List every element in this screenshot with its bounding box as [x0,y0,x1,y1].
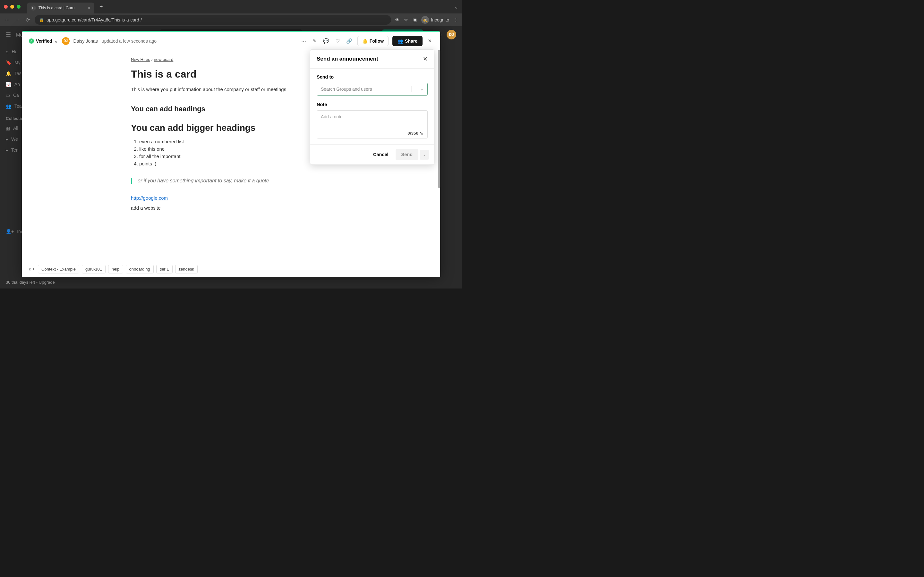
add-website-text: add a website [131,205,331,211]
author-avatar[interactable]: DJ [62,37,69,45]
tag[interactable]: tier 1 [156,265,173,274]
numbered-list: even a numbered list like this one for a… [131,139,331,166]
share-button[interactable]: 👥 Share [393,36,423,46]
card-header: ✓ Verified ⌄ DJ Daisy Jonas updated a fe… [22,32,440,50]
tab-title: This is a card | Guru [39,6,74,10]
blockquote: or if you have something important to sa… [131,178,331,184]
bell-icon: 🔔 [362,39,368,44]
browser-tab-strip: G This is a card | Guru × + ⌄ [0,0,462,13]
eye-off-icon[interactable]: 👁 [395,17,399,23]
maximize-window[interactable] [17,5,21,9]
minimize-window[interactable] [10,5,14,9]
kebab-menu-icon[interactable]: ⋮ [454,17,458,23]
card-title: This is a card [131,68,331,80]
note-label: Note [317,102,428,107]
list-item: points :) [139,161,331,166]
note-textarea[interactable]: Add a note 0/350 ⤡ [317,110,428,139]
external-link[interactable]: http://google.com [131,195,331,201]
tag[interactable]: Context - Example [38,265,79,274]
send-to-placeholder: Search Groups and users [321,87,372,92]
list-item: like this one [139,146,331,152]
incognito-label: Incognito [431,17,449,23]
incognito-indicator[interactable]: 🕵 Incognito [421,16,449,24]
text-cursor [412,86,412,92]
user-avatar[interactable]: DJ [447,30,456,39]
close-announcement-icon[interactable]: ✕ [423,55,428,63]
tag[interactable]: onboarding [126,265,153,274]
list-item: even a numbered list [139,139,331,144]
tab-overflow-icon[interactable]: ⌄ [454,4,458,10]
hamburger-icon[interactable]: ☰ [6,31,11,38]
breadcrumb-board[interactable]: new board [154,57,174,62]
card-heading-1b: You can add bigger headings [131,123,331,133]
note-placeholder: Add a note [321,114,342,119]
chevron-down-icon[interactable]: ⌄ [420,87,423,91]
note-counter: 0/350 ⤡ [407,131,423,135]
send-dropdown-icon[interactable]: ⌄ [420,150,429,160]
send-button[interactable]: Send [396,149,418,160]
browser-toolbar: ← → ⟳ 🔒 app.getguru.com/card/Tr4Aya6c/Th… [0,13,462,26]
browser-tab[interactable]: G This is a card | Guru × [27,3,94,13]
send-to-label: Send to [317,74,428,79]
author-name[interactable]: Daisy Jonas [73,39,98,44]
heart-icon[interactable]: ♡ [334,37,341,45]
announcement-header: Send an announcement ✕ [310,50,434,69]
panel-icon[interactable]: ▣ [413,17,417,23]
link-icon[interactable]: 🔗 [345,37,354,45]
incognito-icon: 🕵 [421,16,429,24]
tag[interactable]: zendesk [175,265,198,274]
card-heading-2: You can add headings [131,105,331,113]
trial-banner[interactable]: 30 trial days left • Upgrade [6,280,55,285]
back-button[interactable]: ← [4,17,10,23]
announcement-footer: Cancel Send ⌄ [310,144,434,164]
address-bar[interactable]: 🔒 app.getguru.com/card/Tr4Aya6c/This-is-… [35,15,391,25]
reload-button[interactable]: ⟳ [24,17,31,23]
updated-timestamp: updated a few seconds ago [102,39,157,44]
forward-button[interactable]: → [14,17,21,23]
list-item: for all the important [139,153,331,159]
tab-favicon: G [31,5,36,11]
announcement-body: Send to Search Groups and users ⌄ Note A… [310,69,434,144]
cancel-button[interactable]: Cancel [368,149,393,160]
chevron-down-icon: ⌄ [54,39,58,44]
share-icon: 👥 [397,39,403,44]
tag[interactable]: help [108,265,123,274]
verified-badge[interactable]: ✓ Verified ⌄ [29,39,58,44]
check-icon: ✓ [29,39,34,44]
browser-right-icons: 👁 ☆ ▣ 🕵 Incognito ⋮ [395,16,458,24]
close-window[interactable] [4,5,8,9]
edit-icon[interactable]: ✎ [311,37,318,45]
announcement-panel: Send an announcement ✕ Send to Search Gr… [310,49,435,165]
card-intro: This is where you put information about … [131,87,331,92]
announcement-title: Send an announcement [317,56,378,62]
comment-icon[interactable]: 💬 [322,37,330,45]
breadcrumb: New Hires › new board [131,57,331,62]
close-tab-icon[interactable]: × [88,5,90,11]
tag-footer: 🏷 Context - Example guru-101 help onboar… [22,261,440,277]
url-text: app.getguru.com/card/Tr4Aya6c/This-is-a-… [47,17,142,23]
more-menu-icon[interactable]: ⋯ [300,37,307,45]
breadcrumb-root[interactable]: New Hires [131,57,150,62]
scrollbar-thumb[interactable] [438,50,440,188]
follow-button[interactable]: 🔔 Follow [357,36,389,46]
lock-icon: 🔒 [39,18,44,22]
tag-icon: 🏷 [29,266,34,272]
send-to-input[interactable]: Search Groups and users ⌄ [317,83,428,95]
bookmark-star-icon[interactable]: ☆ [404,17,408,23]
close-modal-icon[interactable]: ✕ [426,37,433,45]
resize-icon[interactable]: ⤡ [420,131,423,135]
window-controls [4,5,21,9]
new-tab-button[interactable]: + [99,3,103,10]
tag[interactable]: guru-101 [82,265,105,274]
